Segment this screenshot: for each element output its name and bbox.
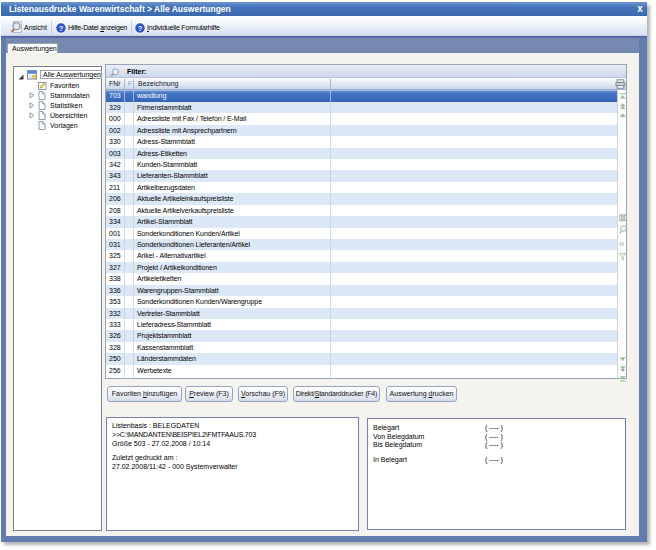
svg-text:?: ? xyxy=(138,24,143,33)
svg-text:M: M xyxy=(619,241,624,247)
svg-text:?: ? xyxy=(59,24,64,33)
